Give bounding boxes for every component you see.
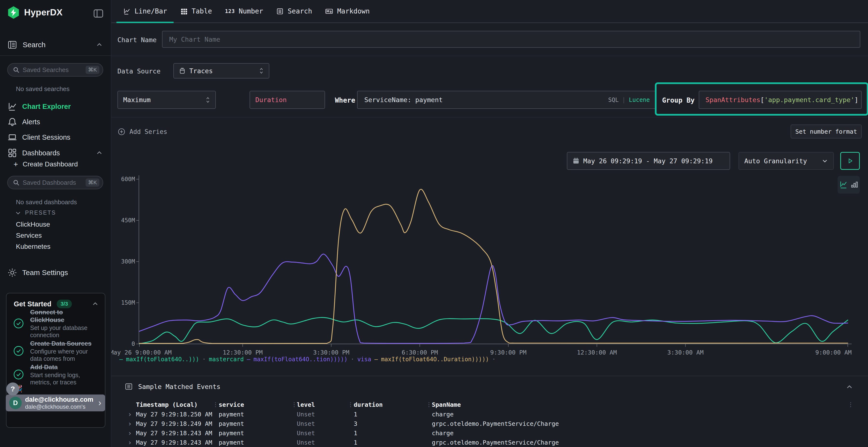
data-source-select[interactable]: Traces [173,63,269,78]
lucene-mode-toggle[interactable]: Lucene [629,97,650,103]
sidebar-item-label: Chart Explorer [22,103,71,110]
sql-mode-toggle[interactable]: SQL [608,97,618,103]
column-resize-handle[interactable]: ⋮ [348,400,353,409]
column-header-duration[interactable]: duration [354,400,383,409]
cell-timestamp: May 27 9:29:18.243 AM [136,438,212,447]
run-query-button[interactable] [840,152,860,170]
metric-field-value: Duration [255,96,319,104]
svg-text:600M: 600M [121,176,135,182]
table-row[interactable]: › May 27 9:29:18.243 AM payment Unset 1 … [112,428,868,438]
cell-duration: 1 [354,410,357,419]
preset-kubernetes[interactable]: Kubernetes [16,243,51,250]
tab-markdown[interactable]: Markdown [318,0,376,23]
saved-dashboards-search[interactable]: ⌘K [7,176,103,189]
legend-group-value[interactable]: visa [357,356,371,363]
sidebar-item-label: Dashboards [22,149,60,157]
column-header-service[interactable]: service [219,400,244,409]
sidebar-collapse-icon[interactable] [93,8,104,19]
create-dashboard-label: Create Dashboard [23,161,78,168]
table-row[interactable]: › May 27 9:29:18.249 AM payment Unset 3 … [112,419,868,428]
granularity-select[interactable]: Auto Granularity [739,152,834,170]
table-icon [180,7,188,15]
group-by-field[interactable]: SpanAttributes['app.payment.card_type'] [699,91,862,109]
markdown-icon [325,7,333,15]
legend-label[interactable]: maxIf(toFloat64O..tion))))) [253,356,347,363]
saved-searches-input[interactable] [23,66,86,74]
tab-table[interactable]: Table [174,0,218,23]
tab-label: Line/Bar [134,7,167,15]
column-header-level[interactable]: level [297,400,315,409]
timeseries-chart[interactable]: 0150M300M450M600MMay 26 9:00:00 AM12:30:… [132,172,854,360]
cell-timestamp: May 27 9:29:18.250 AM [136,410,212,419]
tab-search[interactable]: Search [270,0,318,23]
date-range-picker[interactable]: May 26 09:29:19 - May 27 09:29:19 [567,152,730,170]
user-menu[interactable]: D dale@clickhouse.com dale@clickhouse.co… [6,394,105,411]
legend-group-value[interactable]: mastercard [209,356,244,363]
preset-clickhouse[interactable]: ClickHouse [16,220,50,228]
tab-line-bar[interactable]: Line/Bar [117,0,174,23]
sidebar-item-alerts[interactable]: Alerts [0,115,112,129]
sidebar-item-team-settings[interactable]: Team Settings [0,266,112,279]
svg-text:0: 0 [132,341,135,347]
main-content: Line/Bar Table 123 Number Search Markdow… [112,0,868,447]
brand: HyperDX [7,6,63,19]
data-source-value: Traces [189,67,255,75]
bracket-open: [ [761,96,764,104]
avatar: D [9,397,22,409]
sidebar-item-chart-explorer[interactable]: Chart Explorer [0,100,112,113]
create-dashboard-button[interactable]: + Create Dashboard [0,159,112,170]
legend-dash: — [119,356,123,363]
cell-service: payment [219,428,244,438]
column-resize-handle[interactable]: ⋮ [426,400,432,409]
add-series-label: Add Series [129,128,167,135]
sidebar-divider [0,56,112,56]
column-resize-handle[interactable]: ⋮ [291,400,297,409]
cell-timestamp: May 27 9:29:18.243 AM [136,428,212,438]
legend-label[interactable]: maxIf(toFloat64O..))) [126,356,199,363]
aggregation-value: Maximum [123,96,202,104]
chevron-up-icon[interactable] [846,383,853,391]
table-row[interactable]: › May 27 9:29:18.250 AM payment Unset 1 … [112,410,868,419]
row-expander-icon[interactable]: › [128,410,132,419]
tab-label: Search [288,7,312,15]
help-button[interactable]: ? [6,382,19,396]
get-started-progress-badge: 3/3 [57,300,72,308]
set-number-format-button[interactable]: Set number format [790,125,862,138]
table-options-kebab-icon[interactable]: ⋮ [848,400,854,409]
saved-dashboards-input[interactable] [23,179,86,186]
column-header-timestamp[interactable]: Timestamp (Local) [136,400,198,409]
preset-services[interactable]: Services [16,232,42,239]
granularity-value: Auto Granularity [744,157,818,165]
cell-duration: 3 [354,419,357,428]
column-resize-handle[interactable]: ⋮ [213,400,218,409]
add-series-button[interactable]: Add Series [117,127,167,136]
svg-text:3:30:00 AM: 3:30:00 AM [668,349,704,356]
get-started-item[interactable]: Add Data Start sending logs, metrics, or… [13,363,100,386]
table-row[interactable]: › May 27 9:29:18.243 AM payment Unset 1 … [112,438,868,447]
row-expander-icon[interactable]: › [128,419,132,428]
get-started-item[interactable]: Connect to ClickHouse Set up your databa… [13,308,100,339]
chart-type-tabbar: Line/Bar Table 123 Number Search Markdow… [112,0,868,23]
row-expander-icon[interactable]: › [128,428,132,438]
metric-field-select[interactable]: Duration [250,91,325,109]
gear-icon [7,268,18,278]
cell-service: payment [219,410,244,419]
sidebar-item-client-sessions[interactable]: Client Sessions [0,131,112,144]
sidebar-item-dashboards[interactable]: Dashboards [0,146,112,160]
saved-searches-search[interactable]: ⌘K [7,63,103,77]
row-expander-icon[interactable]: › [128,438,132,447]
presets-header[interactable]: PRESETS [15,209,56,216]
chevron-up-icon[interactable] [92,301,99,307]
presets-label: PRESETS [25,209,56,216]
get-started-item[interactable]: Create Data Sources Configure where your… [13,340,100,362]
search-section-header[interactable]: Search [0,38,112,51]
tab-number[interactable]: 123 Number [218,0,270,23]
svg-text:12:30:00 AM: 12:30:00 AM [577,349,617,356]
get-started-item-subtitle: Start sending logs, metrics, or traces [30,371,97,386]
cell-spanname: grpc.oteldemo.PaymentService/Charge [432,438,559,447]
plus-icon: + [13,160,18,169]
aggregation-select[interactable]: Maximum [117,91,216,109]
legend-label[interactable]: maxIf(toFloat64O..Duration))))) [381,356,489,363]
chart-name-input[interactable] [162,31,860,47]
column-header-spanname[interactable]: SpanName [432,400,461,409]
